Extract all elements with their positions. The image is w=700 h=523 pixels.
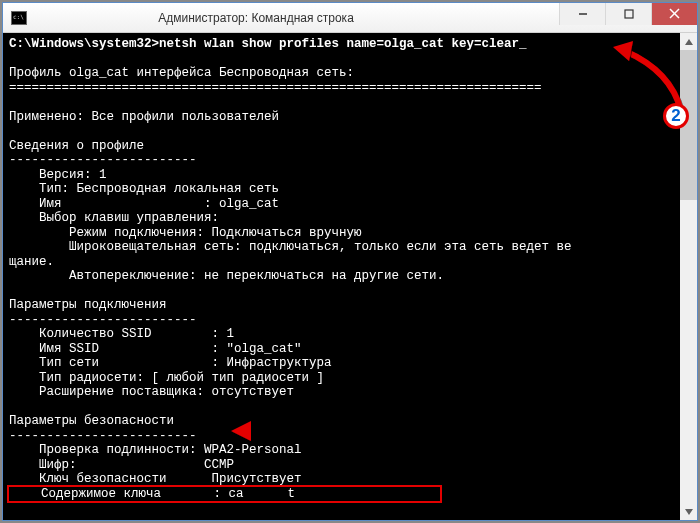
- section-security: Параметры безопасности: [9, 414, 174, 428]
- key-content-highlight: Содержимое ключа : cat: [7, 485, 442, 503]
- close-button[interactable]: [651, 3, 697, 25]
- maximize-button[interactable]: [605, 3, 651, 25]
- app-icon: [11, 11, 27, 25]
- section-connection: Параметры подключения: [9, 298, 167, 312]
- row-ssid-count: Количество SSID : 1: [9, 327, 234, 341]
- hr-line: ========================================…: [9, 81, 542, 95]
- row-vendor: Расширение поставщика: отсутствует: [9, 385, 294, 399]
- window-controls: [559, 3, 697, 25]
- command-text: netsh wlan show profiles name=olga_cat k…: [159, 37, 519, 51]
- row-type: Тип: Беспроводная локальная сеть: [9, 182, 279, 196]
- dash-line: -------------------------: [9, 429, 197, 443]
- prompt: C:\Windows\system32>: [9, 37, 159, 51]
- applied-line: Применено: Все профили пользователей: [9, 110, 279, 124]
- svg-rect-1: [625, 10, 633, 18]
- row-cipher: Шифр: CCMP: [9, 458, 234, 472]
- minimize-button[interactable]: [559, 3, 605, 25]
- row-broadcast: Широковещательная сеть: подключаться, то…: [9, 240, 572, 254]
- scroll-down-button[interactable]: [680, 503, 697, 520]
- chevron-down-icon: [685, 509, 693, 515]
- row-nettype: Тип сети : Инфраструктура: [9, 356, 332, 370]
- dash-line: -------------------------: [9, 313, 197, 327]
- maximize-icon: [624, 9, 634, 19]
- titlebar[interactable]: Администратор: Командная строка: [3, 3, 697, 33]
- section-profile-info: Сведения о профиле: [9, 139, 144, 153]
- row-broadcast2: щание.: [9, 255, 54, 269]
- window-title: Администратор: Командная строка: [2, 11, 559, 25]
- row-name: Имя : olga_cat: [9, 197, 279, 211]
- key-masked: [244, 488, 288, 501]
- cmd-window: Администратор: Командная строка C:\Windo…: [2, 2, 698, 521]
- dash-line: -------------------------: [9, 153, 197, 167]
- row-seckey: Ключ безопасности Присутствует: [9, 472, 302, 486]
- close-icon: [669, 8, 680, 19]
- row-ssid-name: Имя SSID : "olga_cat": [9, 342, 302, 356]
- row-version: Версия: 1: [9, 168, 107, 182]
- row-keycontent: Содержимое ключа : ca: [11, 487, 244, 501]
- profile-header: Профиль olga_cat интерфейса Беспроводная…: [9, 66, 354, 80]
- row-autoswitch: Автопереключение: не переключаться на др…: [9, 269, 444, 283]
- terminal-output[interactable]: C:\Windows\system32>netsh wlan show prof…: [3, 33, 697, 520]
- row-radiotype: Тип радиосети: [ любой тип радиосети ]: [9, 371, 324, 385]
- row-connmode: Режим подключения: Подключаться вручную: [9, 226, 362, 240]
- scroll-track[interactable]: [680, 50, 697, 503]
- chevron-up-icon: [685, 39, 693, 45]
- row-auth: Проверка подлинности: WPA2-Personal: [9, 443, 302, 457]
- row-keymgmt: Выбор клавиш управления:: [9, 211, 219, 225]
- svg-marker-5: [685, 509, 693, 515]
- vertical-scrollbar[interactable]: [680, 33, 697, 520]
- scroll-up-button[interactable]: [680, 33, 697, 50]
- scroll-thumb[interactable]: [680, 50, 697, 200]
- svg-marker-4: [685, 39, 693, 45]
- minimize-icon: [578, 9, 588, 19]
